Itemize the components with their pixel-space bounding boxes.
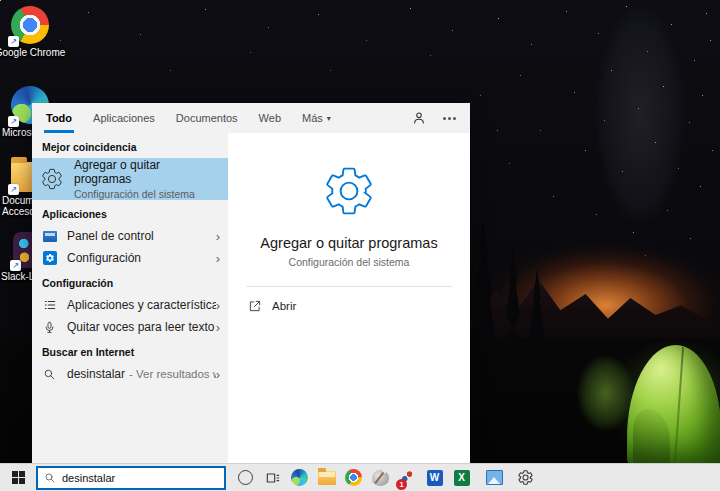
gear-icon (517, 469, 534, 486)
taskbar-task-view-button[interactable] (259, 464, 286, 491)
cortana-icon (238, 470, 253, 485)
photos-icon (486, 470, 503, 485)
shortcut-badge-icon (8, 116, 19, 127)
shortcut-badge-icon (8, 36, 19, 47)
search-flyout: Todo Aplicaciones Documentos Web Más Mej… (32, 103, 470, 463)
desktop-icon-label: Acceso (2, 206, 35, 217)
taskbar-paint-button[interactable] (367, 464, 394, 491)
result-subtitle: Configuración del sistema (74, 188, 220, 200)
taskbar-excel-button[interactable]: X (448, 464, 475, 491)
taskbar-settings-button[interactable] (512, 464, 539, 491)
tab-label: Documentos (176, 112, 238, 124)
chevron-right-icon (216, 252, 220, 265)
search-results-list: Mejor coincidencia Agregar o quitar prog… (32, 133, 228, 463)
search-input[interactable] (62, 472, 202, 484)
section-header-aplicaciones: Aplicaciones (32, 200, 228, 225)
more-options-button[interactable] (438, 107, 460, 129)
open-action[interactable]: Abrir (228, 287, 470, 313)
chevron-right-icon (216, 321, 220, 334)
result-panel-de-control[interactable]: Panel de control (32, 225, 228, 247)
file-explorer-icon (318, 471, 336, 485)
excel-icon: X (454, 470, 470, 486)
search-tabbar: Todo Aplicaciones Documentos Web Más (32, 103, 470, 133)
shortcut-badge-icon (8, 184, 19, 195)
tab-label: Web (259, 112, 281, 124)
tab-web[interactable]: Web (257, 103, 283, 133)
chrome-icon (345, 469, 362, 486)
result-quitar-voces[interactable]: Quitar voces para leer texto (32, 316, 228, 338)
windows-logo-icon (12, 471, 25, 484)
paint-icon (372, 470, 389, 486)
person-icon (411, 110, 427, 126)
tab-label: Todo (46, 112, 72, 124)
control-panel-icon (42, 229, 57, 244)
open-action-label: Abrir (272, 300, 296, 312)
settings-app-icon (42, 251, 57, 266)
task-view-icon (265, 470, 281, 486)
start-button[interactable] (0, 464, 36, 491)
tab-todo[interactable]: Todo (44, 103, 74, 133)
desktop-icon-google-chrome[interactable]: Google Chrome (0, 6, 62, 58)
chevron-right-icon (216, 230, 220, 243)
notification-badge: 1 (396, 479, 407, 490)
gear-icon (321, 163, 377, 219)
tab-mas[interactable]: Más (300, 103, 333, 133)
stars (0, 0, 1, 1)
desktop-icon-label: Docum (2, 195, 34, 206)
taskbar: 1 W X (0, 463, 720, 491)
section-header-configuracion: Configuración (32, 269, 228, 294)
preview-title: Agregar o quitar programas (260, 235, 437, 251)
ellipsis-icon (448, 117, 451, 120)
section-header-buscar-en-internet: Buscar en Internet (32, 338, 228, 363)
web-suffix: - Ver resultados web (129, 368, 216, 380)
taskbar-cortana-button[interactable] (232, 464, 259, 491)
web-query: desinstalar (67, 367, 125, 381)
result-title: Agregar o quitar programas (74, 158, 220, 186)
result-aplicaciones-y-caracteristicas[interactable]: Aplicaciones y características (32, 294, 228, 316)
section-header-best-match: Mejor coincidencia (32, 133, 228, 158)
taskbar-word-button[interactable]: W (421, 464, 448, 491)
account-button[interactable] (408, 107, 430, 129)
chevron-right-icon (216, 368, 220, 381)
taskbar-file-explorer-button[interactable] (313, 464, 340, 491)
desktop-icon-label: Google Chrome (0, 47, 65, 58)
edge-icon (291, 469, 308, 486)
result-preview-pane: Agregar o quitar programas Configuración… (228, 133, 470, 463)
taskbar-notification-app-button[interactable]: 1 (394, 464, 421, 491)
microphone-icon (42, 320, 57, 335)
gear-icon (40, 167, 64, 191)
list-icon (42, 298, 57, 313)
word-icon: W (427, 470, 443, 486)
taskbar-search-box[interactable] (36, 466, 226, 490)
chevron-down-icon (327, 114, 331, 123)
result-web-search[interactable]: desinstalar - Ver resultados web (32, 363, 228, 385)
taskbar-chrome-button[interactable] (340, 464, 367, 491)
taskbar-photos-button[interactable] (481, 464, 508, 491)
tab-documentos[interactable]: Documentos (174, 103, 240, 133)
search-icon (44, 472, 56, 484)
tab-label: Aplicaciones (93, 112, 155, 124)
open-icon (248, 299, 262, 313)
preview-subtitle: Configuración del sistema (289, 256, 410, 268)
chevron-right-icon (216, 299, 220, 312)
shortcut-badge-icon (10, 260, 21, 271)
result-configuracion-app[interactable]: Configuración (32, 247, 228, 269)
tab-label: Más (302, 112, 323, 124)
search-icon (42, 367, 57, 382)
tab-aplicaciones[interactable]: Aplicaciones (91, 103, 157, 133)
result-best-match[interactable]: Agregar o quitar programas Configuración… (32, 158, 228, 200)
taskbar-edge-button[interactable] (286, 464, 313, 491)
